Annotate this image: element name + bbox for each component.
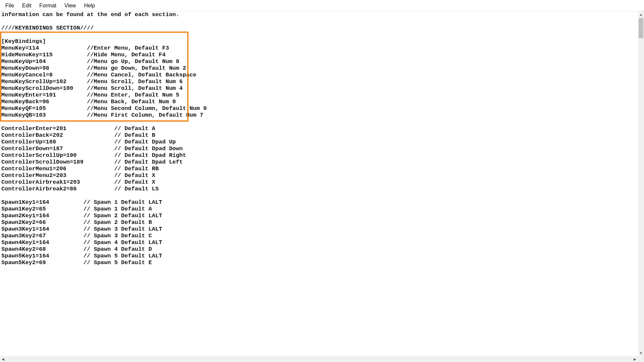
menu-view[interactable]: View: [60, 1, 80, 10]
menu-file[interactable]: File: [1, 1, 18, 10]
scroll-left-arrow-icon[interactable]: ◀: [0, 356, 6, 362]
scrollbar-corner: [638, 356, 644, 362]
scroll-up-arrow-icon[interactable]: ▲: [638, 11, 644, 17]
editor-viewport: information can be found at the end of e…: [0, 11, 644, 362]
horizontal-scrollbar[interactable]: ◀ ▶: [0, 356, 638, 362]
vertical-scrollbar[interactable]: ▲ ▼: [638, 11, 644, 356]
text-editor-content[interactable]: information can be found at the end of e…: [0, 11, 638, 356]
menu-help[interactable]: Help: [80, 1, 99, 10]
menu-edit[interactable]: Edit: [18, 1, 36, 10]
scroll-right-arrow-icon[interactable]: ▶: [632, 356, 638, 362]
menu-format[interactable]: Format: [35, 1, 60, 10]
scroll-down-arrow-icon[interactable]: ▼: [638, 350, 644, 356]
menubar: File Edit Format View Help: [0, 0, 644, 11]
vertical-scroll-thumb[interactable]: [639, 18, 643, 38]
